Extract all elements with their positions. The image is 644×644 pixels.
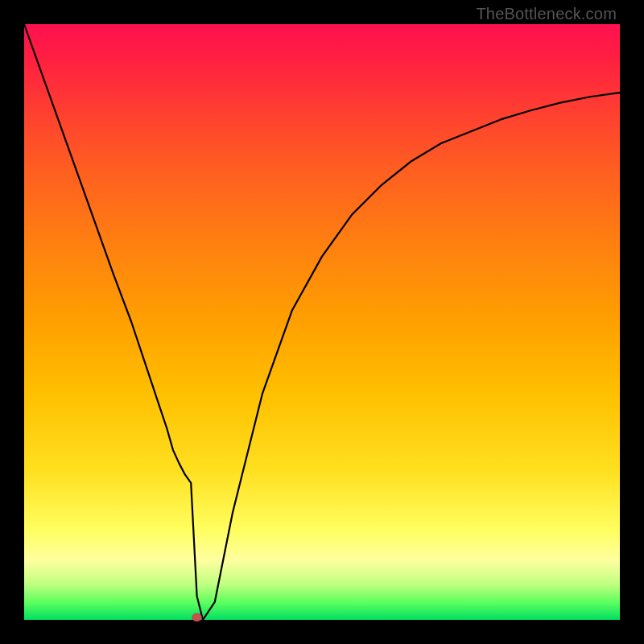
- plot-area: [24, 24, 620, 620]
- watermark-text: TheBottleneck.com: [476, 5, 617, 23]
- bottleneck-curve: [24, 24, 620, 620]
- curve-svg: [24, 24, 620, 620]
- minimum-marker: [192, 613, 202, 621]
- chart-container: TheBottleneck.com: [0, 0, 644, 644]
